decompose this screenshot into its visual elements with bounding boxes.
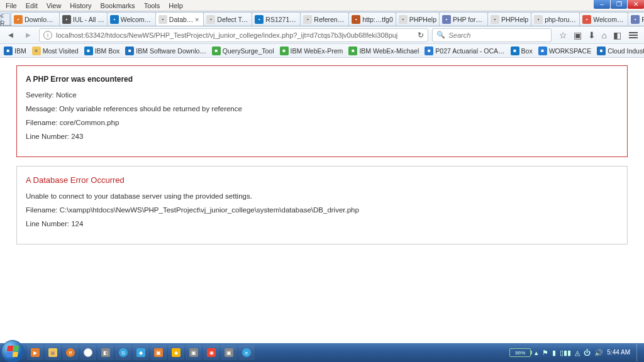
tab-label: PHPHelp: [409, 16, 436, 23]
tab-favicon: •: [62, 15, 71, 24]
site-info-icon[interactable]: i: [43, 31, 52, 40]
taskbar-app-5[interactable]: ▣: [186, 345, 202, 360]
system-tray: 86% ▴ ⚑ ▮ ▯▮▮ ◬ ⏻ 🔊 5:44 AM: [509, 344, 643, 361]
tray-flag-icon[interactable]: ⚑: [542, 349, 548, 357]
bookmark-favicon: ■: [212, 47, 221, 55]
tray-wifi-icon[interactable]: ◬: [575, 349, 580, 357]
menu-bookmarks[interactable]: Bookmarks: [96, 1, 140, 10]
browser-tab[interactable]: •PHP foru…: [439, 12, 488, 26]
pocket-icon[interactable]: ▣: [574, 30, 582, 40]
bookmark-item[interactable]: ■Most Visited: [32, 47, 79, 55]
browser-tab[interactable]: •Defect Ta…: [203, 12, 252, 26]
start-button[interactable]: [1, 340, 24, 362]
menu-history[interactable]: History: [65, 1, 96, 10]
browser-tab[interactable]: •Downloa…: [11, 12, 60, 26]
tab-close-icon[interactable]: ×: [193, 16, 201, 23]
tab-label: PHP foru…: [453, 16, 485, 23]
browser-tab[interactable]: •IUL - All …: [59, 12, 108, 26]
ie-icon: e: [242, 348, 251, 357]
taskbar-app-3[interactable]: ▣: [150, 345, 167, 360]
bookmark-label: P027 Actuarial - OCA…: [435, 47, 504, 55]
search-box[interactable]: 🔍: [432, 28, 552, 42]
tray-signal-icon[interactable]: ▯▮▮: [560, 349, 571, 357]
menu-file[interactable]: File: [1, 1, 21, 10]
bookmark-item[interactable]: ■IBM Software Downlo…: [125, 47, 206, 55]
close-button[interactable]: ✕: [628, 0, 644, 9]
taskbar-app-6[interactable]: ◉: [203, 345, 219, 360]
tray-clock[interactable]: 5:44 AM: [607, 349, 630, 356]
bookmark-label: IBM Box: [95, 47, 120, 55]
browser-tab[interactable]: •PHPHelp: [487, 12, 531, 26]
menu-tools[interactable]: Tools: [140, 1, 165, 10]
tab-favicon: •: [14, 15, 23, 24]
bookmark-item[interactable]: ■QuerySurge_Tool: [212, 47, 274, 55]
windows-logo-icon: [6, 346, 19, 357]
maximize-button[interactable]: ❐: [611, 0, 627, 9]
tray-network-icon[interactable]: ▮: [552, 349, 556, 357]
menu-view[interactable]: View: [42, 1, 66, 10]
php-error-box: A PHP Error was encountered Severity: No…: [16, 65, 628, 157]
search-icon: 🔍: [436, 31, 445, 39]
taskbar-skype[interactable]: S: [115, 345, 131, 360]
browser-tab[interactable]: •PHP foru…: [628, 12, 644, 26]
search-input[interactable]: [449, 31, 547, 39]
home-icon[interactable]: ⌂: [602, 30, 607, 40]
bookmark-star-icon[interactable]: ☆: [559, 30, 567, 40]
bookmark-item[interactable]: ■P027 Actuarial - OCA…: [425, 47, 504, 55]
menu-help[interactable]: Help: [164, 1, 187, 10]
browser-tab[interactable]: •Welcome…: [579, 12, 628, 26]
browser-tab[interactable]: •Datab…×: [155, 12, 204, 26]
sidebar-icon[interactable]: ◧: [613, 30, 621, 40]
url-box[interactable]: i ↻: [39, 28, 428, 42]
menu-edit[interactable]: Edit: [21, 1, 42, 10]
tab-favicon: •: [303, 15, 312, 24]
tab-label: PHP foru…: [641, 16, 644, 23]
skype-icon: S: [119, 348, 128, 357]
bookmark-label: Most Visited: [43, 47, 79, 55]
app-icon: ▣: [189, 348, 198, 357]
browser-tab[interactable]: •RS12716…: [252, 12, 301, 26]
tab-favicon: •: [206, 15, 215, 24]
bookmark-item[interactable]: ■IBM WebEx-Michael: [348, 47, 419, 55]
browser-tab[interactable]: •http:…tfg0: [348, 12, 396, 26]
downloads-icon[interactable]: ⬇: [588, 30, 596, 40]
tray-up-icon[interactable]: ▴: [535, 349, 538, 357]
taskbar-chrome[interactable]: ◉: [80, 345, 96, 360]
browser-tab-strip: < R… •Downloa…•IUL - All …•Welcome…•Data…: [0, 11, 644, 26]
browser-tab[interactable]: •php-forum p…: [531, 12, 580, 26]
back-button[interactable]: ◄: [4, 28, 18, 42]
bookmark-label: WORKSPACE: [549, 47, 591, 55]
taskbar-ie[interactable]: e: [238, 345, 255, 360]
taskbar-firefox[interactable]: ff: [62, 345, 79, 360]
tab-favicon: •: [534, 15, 543, 24]
bookmark-item[interactable]: ■Cloud Industry Series |…: [597, 47, 644, 55]
toolbar-icons: ☆ ▣ ⬇ ⌂ ◧: [555, 30, 640, 40]
bookmark-item[interactable]: ■IBM: [4, 47, 26, 55]
battery-indicator[interactable]: 86%: [509, 348, 531, 357]
taskbar-app-4[interactable]: ◆: [168, 345, 184, 360]
browser-tab[interactable]: •PHPHelp: [396, 12, 440, 26]
tray-volume-icon[interactable]: 🔊: [594, 349, 603, 357]
tab-label: Downloa…: [25, 16, 57, 23]
tray-power-icon[interactable]: ⏻: [584, 349, 591, 356]
url-input[interactable]: [56, 31, 414, 39]
tab-favicon: •: [442, 15, 451, 24]
show-desktop-button[interactable]: [636, 344, 641, 361]
taskbar-app-7[interactable]: ▣: [221, 345, 237, 360]
app-menu-button[interactable]: [628, 31, 639, 40]
forward-button[interactable]: ►: [21, 28, 35, 42]
taskbar-explorer[interactable]: ▣: [45, 345, 61, 360]
tab-scroll-left[interactable]: < R…: [1, 13, 10, 26]
taskbar-app-1[interactable]: ◧: [97, 345, 114, 360]
bookmark-item[interactable]: ■WORKSPACE: [538, 47, 591, 55]
minimize-button[interactable]: –: [594, 0, 610, 9]
browser-tab[interactable]: •Welcome…: [107, 12, 156, 26]
taskbar-media-player[interactable]: ▶: [27, 345, 43, 360]
browser-tab[interactable]: •Referenc…: [300, 12, 349, 26]
bookmark-label: IBM: [14, 47, 26, 55]
bookmark-item[interactable]: ■IBM Box: [84, 47, 120, 55]
bookmark-item[interactable]: ■IBM WebEx-Prem: [280, 47, 343, 55]
reload-button[interactable]: ↻: [418, 31, 424, 40]
bookmark-item[interactable]: ■Box: [511, 47, 533, 55]
taskbar-app-2[interactable]: ◆: [133, 345, 149, 360]
